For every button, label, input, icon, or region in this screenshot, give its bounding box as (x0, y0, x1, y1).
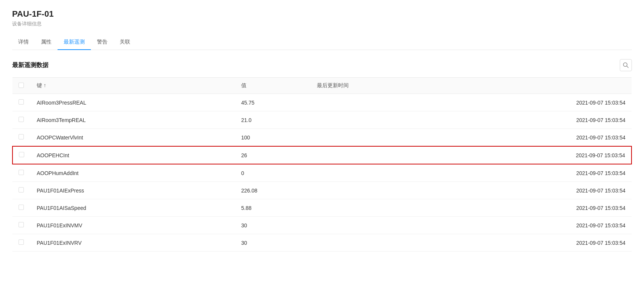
table-row: PAU1F01AISaSpeed5.882021-09-07 15:03:54 (12, 199, 632, 217)
tab-details[interactable]: 详情 (12, 35, 35, 50)
cell-key: PAU1F01ExINVMV (31, 217, 235, 234)
cell-value: 226.08 (235, 182, 311, 199)
th-key[interactable]: 键 ↑ (31, 78, 235, 94)
table-body: AIRoom3PressREAL45.752021-09-07 15:03:54… (12, 94, 632, 252)
table-header-row: 键 ↑ 值 最后更新时间 (12, 78, 632, 94)
cell-value: 45.75 (235, 94, 311, 111)
cell-value: 30 (235, 217, 311, 234)
th-checkbox (12, 78, 31, 94)
cell-key: PAU1F01ExINVRV (31, 234, 235, 252)
page-container: PAU-1F-01 设备详细信息 详情属性最新遥测警告关联 最新遥测数据 键 ↑ (0, 0, 644, 261)
section-title: 最新遥测数据 (12, 61, 48, 69)
page-title: PAU-1F-01 (12, 9, 632, 19)
svg-line-1 (627, 66, 628, 68)
cell-time: 2021-09-07 15:03:54 (311, 129, 632, 147)
tab-telemetry[interactable]: 最新遥测 (58, 35, 91, 50)
header-checkbox[interactable] (19, 83, 24, 88)
search-button[interactable] (620, 59, 632, 71)
cell-value: 100 (235, 129, 311, 147)
cell-time: 2021-09-07 15:03:54 (311, 164, 632, 182)
row-checkbox[interactable] (19, 170, 24, 175)
table-row: AOOPEHCInt262021-09-07 15:03:54 (12, 146, 632, 164)
cell-time: 2021-09-07 15:03:54 (311, 182, 632, 199)
cell-value: 0 (235, 164, 311, 182)
page-subtitle: 设备详细信息 (12, 20, 632, 27)
th-value: 值 (235, 78, 311, 94)
cell-key: PAU1F01AIExPress (31, 182, 235, 199)
row-checkbox[interactable] (19, 134, 24, 139)
cell-key: AOOPCWaterVlvInt (31, 129, 235, 147)
row-checkbox[interactable] (19, 187, 24, 192)
th-time: 最后更新时间 (311, 78, 632, 94)
cell-time: 2021-09-07 15:03:54 (311, 146, 632, 164)
row-checkbox[interactable] (19, 222, 24, 227)
cell-value: 30 (235, 234, 311, 252)
table-row: AIRoom3PressREAL45.752021-09-07 15:03:54 (12, 94, 632, 111)
table-row: AOOPCWaterVlvInt1002021-09-07 15:03:54 (12, 129, 632, 147)
tab-alerts[interactable]: 警告 (91, 35, 114, 50)
cell-key: AIRoom3TempREAL (31, 111, 235, 129)
table-row: PAU1F01ExINVRV302021-09-07 15:03:54 (12, 234, 632, 252)
table-row: PAU1F01AIExPress226.082021-09-07 15:03:5… (12, 182, 632, 199)
row-checkbox[interactable] (19, 205, 24, 210)
table-row: AOOPHumAddInt02021-09-07 15:03:54 (12, 164, 632, 182)
cell-time: 2021-09-07 15:03:54 (311, 94, 632, 111)
cell-key: AOOPEHCInt (31, 146, 235, 164)
search-icon (623, 62, 629, 68)
cell-value: 21.0 (235, 111, 311, 129)
telemetry-table: 键 ↑ 值 最后更新时间 AIRoom3PressREAL45.752021-0… (12, 77, 632, 252)
tab-relations[interactable]: 关联 (114, 35, 136, 50)
cell-key: AOOPHumAddInt (31, 164, 235, 182)
table-row: AIRoom3TempREAL21.02021-09-07 15:03:54 (12, 111, 632, 129)
cell-value: 26 (235, 146, 311, 164)
table-row: PAU1F01ExINVMV302021-09-07 15:03:54 (12, 217, 632, 234)
cell-key: AIRoom3PressREAL (31, 94, 235, 111)
cell-time: 2021-09-07 15:03:54 (311, 111, 632, 129)
row-checkbox[interactable] (19, 152, 24, 157)
row-checkbox[interactable] (19, 99, 24, 105)
page-header: PAU-1F-01 设备详细信息 (12, 9, 632, 27)
cell-value: 5.88 (235, 199, 311, 217)
row-checkbox[interactable] (19, 117, 24, 122)
section-header: 最新遥测数据 (12, 59, 632, 71)
row-checkbox[interactable] (19, 239, 24, 245)
cell-time: 2021-09-07 15:03:54 (311, 217, 632, 234)
cell-time: 2021-09-07 15:03:54 (311, 234, 632, 252)
tab-attributes[interactable]: 属性 (35, 35, 58, 50)
cell-time: 2021-09-07 15:03:54 (311, 199, 632, 217)
tab-bar: 详情属性最新遥测警告关联 (12, 35, 632, 50)
cell-key: PAU1F01AISaSpeed (31, 199, 235, 217)
